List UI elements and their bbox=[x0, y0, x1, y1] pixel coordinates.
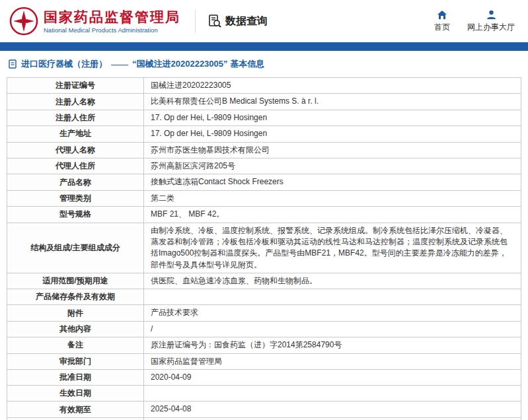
search-doc-icon bbox=[207, 14, 222, 28]
row-label: 管理类别 bbox=[7, 191, 144, 206]
nav-data-query-label: 数据查询 bbox=[225, 15, 268, 28]
breadcrumb: 进口医疗器械（注册） —— “国械注进20202223005” 基本信息 bbox=[0, 51, 528, 76]
table-row: 批准日期 2020-04-09 bbox=[7, 370, 521, 386]
table-row: 管理类别 第二类 bbox=[7, 191, 521, 207]
row-value: 苏州市苏医生物基因技术有限公司 bbox=[144, 143, 521, 158]
row-label: 产品名称 bbox=[7, 174, 144, 190]
row-value: 接触式速冻箱Contact Shock Freezers bbox=[144, 174, 521, 190]
nav-data-query[interactable]: 数据查询 bbox=[207, 14, 268, 28]
row-label: 注册证编号 bbox=[7, 78, 144, 93]
row-value: 由制冷系统、冷板、温度控制系统、报警系统、记录系统组成。制冷系统包括比泽尔压缩机… bbox=[144, 223, 521, 273]
table-row: 备注 原注册证编号为：国食药监（进）字2014第2584790号 bbox=[7, 337, 521, 353]
top-blue-bar bbox=[0, 42, 528, 51]
table-row: 审批部门 国家药品监督管理局 bbox=[7, 354, 521, 370]
table-row: 有效期至 2025-04-08 bbox=[7, 402, 521, 417]
row-label: 备注 bbox=[7, 337, 144, 353]
nav-home[interactable]: 首页 bbox=[434, 10, 450, 33]
table-row: 注册人住所 17. Op der Hei, L-9809 Hosingen bbox=[7, 110, 521, 126]
table-row: 型号规格 MBF 21、 MBF 42。 bbox=[7, 207, 521, 223]
header-divider bbox=[195, 9, 196, 33]
table-row: 适用范围/预期用途 供医院、血站急速冷冻血浆、药物和生物制品。 bbox=[7, 273, 521, 289]
row-label: 其他内容 bbox=[7, 322, 144, 337]
row-value: 国械注进20202223005 bbox=[144, 78, 521, 93]
row-label: 代理人名称 bbox=[7, 143, 144, 158]
row-label: 适用范围/预期用途 bbox=[7, 273, 144, 289]
page-title: “国械注进20202223005” 基本信息 bbox=[132, 58, 264, 70]
row-label: 附件 bbox=[7, 305, 144, 320]
table-row: 附件 产品技术要求 bbox=[7, 305, 521, 321]
row-value bbox=[144, 289, 521, 304]
row-value: / bbox=[144, 322, 521, 337]
row-label: 生效日期 bbox=[7, 386, 144, 401]
person-icon bbox=[486, 10, 496, 20]
page-header: 国家药品监督管理局 National Medical Products Admi… bbox=[0, 0, 528, 42]
row-label: 有效期至 bbox=[7, 402, 144, 417]
row-value: 第二类 bbox=[144, 191, 521, 206]
row-value: 国家药品监督管理局 bbox=[144, 354, 521, 369]
home-icon bbox=[437, 10, 447, 20]
agency-title: 国家药品监督管理局 National Medical Products Admi… bbox=[44, 9, 191, 34]
table-row: 产品名称 接触式速冻箱Contact Shock Freezers bbox=[7, 174, 521, 190]
row-value: 苏州高新区滨河路205号 bbox=[144, 158, 521, 174]
table-row: 产品储存条件及有效期 bbox=[7, 289, 521, 305]
table-row: 生效日期 bbox=[7, 386, 521, 402]
breadcrumb-section[interactable]: 进口医疗器械（注册） bbox=[21, 58, 107, 70]
row-label: 结构及组成/主要组成成分 bbox=[7, 223, 144, 273]
table-row: 注册证编号 国械注进20202223005 bbox=[7, 78, 521, 94]
row-value: 2020-04-09 bbox=[144, 370, 521, 385]
row-value: 17. Op der Hei, L-9809 Hosingen bbox=[144, 110, 521, 125]
row-label: 型号规格 bbox=[7, 207, 144, 222]
row-value: 比美科有限责任公司B Medical Systems S. à r. l. bbox=[144, 94, 521, 109]
info-table: 注册证编号 国械注进20202223005 注册人名称 比美科有限责任公司B M… bbox=[7, 77, 521, 420]
row-value: 供医院、血站急速冷冻血浆、药物和生物制品。 bbox=[144, 273, 521, 289]
row-label: 代理人住所 bbox=[7, 158, 144, 174]
document-icon bbox=[8, 59, 17, 69]
table-row: 代理人名称 苏州市苏医生物基因技术有限公司 bbox=[7, 143, 521, 158]
breadcrumb-separator: —— bbox=[111, 59, 128, 69]
row-value: 原注册证编号为：国食药监（进）字2014第2584790号 bbox=[144, 337, 521, 353]
row-label: 注册人住所 bbox=[7, 110, 144, 125]
nav-service-hall-label: 网上办事大厅 bbox=[467, 22, 515, 33]
row-value: 产品技术要求 bbox=[144, 305, 521, 320]
nmpa-logo-icon bbox=[9, 7, 38, 36]
table-row: 其他内容 / bbox=[7, 322, 521, 337]
row-label: 生产地址 bbox=[7, 126, 144, 141]
row-value bbox=[144, 386, 521, 401]
nav-home-label: 首页 bbox=[434, 22, 450, 33]
nav-service-hall[interactable]: 网上办事大厅 bbox=[467, 10, 515, 33]
row-value: MBF 21、 MBF 42。 bbox=[144, 207, 521, 222]
row-label: 注册人名称 bbox=[7, 94, 144, 109]
agency-name-en: National Medical Products Administration bbox=[44, 26, 180, 34]
row-label: 产品储存条件及有效期 bbox=[7, 289, 144, 304]
row-label: 审批部门 bbox=[7, 354, 144, 369]
table-row: 注册人名称 比美科有限责任公司B Medical Systems S. à r.… bbox=[7, 94, 521, 110]
row-value: 2025-04-08 bbox=[144, 402, 521, 417]
row-value: 17. Op der Hei, L-9809 Hosingen bbox=[144, 126, 521, 141]
agency-name-cn: 国家药品监督管理局 bbox=[44, 9, 180, 25]
row-label: 批准日期 bbox=[7, 370, 144, 385]
table-row: 结构及组成/主要组成成分 由制冷系统、冷板、温度控制系统、报警系统、记录系统组成… bbox=[7, 223, 521, 274]
table-row: 生产地址 17. Op der Hei, L-9809 Hosingen bbox=[7, 126, 521, 142]
table-row: 代理人住所 苏州高新区滨河路205号 bbox=[7, 158, 521, 174]
